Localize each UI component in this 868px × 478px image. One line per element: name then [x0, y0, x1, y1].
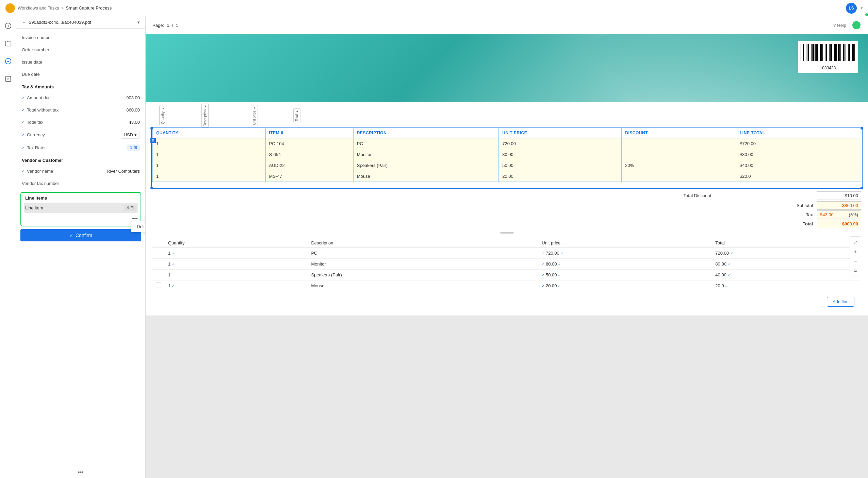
chevron-down-icon[interactable]: ▾ [861, 6, 863, 10]
li-checkbox-cell[interactable] [152, 258, 165, 269]
description-dropdown[interactable]: Description ▾ [201, 104, 209, 127]
li-total-cell: 720.00 ✓ [712, 247, 861, 258]
li-total-cell: 20.0 ✓ [712, 280, 861, 291]
svg-point-1 [5, 58, 11, 64]
svg-rect-17 [819, 44, 819, 61]
svg-rect-3 [801, 44, 801, 61]
svg-rect-25 [829, 44, 830, 61]
invoice-cell-description: Monitor [353, 149, 498, 160]
total-dropdown[interactable]: Total ▾ [293, 108, 300, 122]
invoice-cell-description: Speakers (Pair) [353, 160, 498, 171]
sidebar-item-folder[interactable] [3, 38, 14, 49]
help-link[interactable]: ? Help [833, 23, 846, 28]
three-dots-button[interactable]: ••• [24, 214, 138, 223]
svg-rect-34 [840, 44, 841, 61]
order-number-label: Order number [22, 47, 49, 52]
li-quantity-cell: 1 ✓ [165, 280, 308, 291]
svg-rect-16 [817, 44, 818, 61]
invoice-cell-description: Mouse [353, 171, 498, 182]
li-th-description: Description [308, 238, 538, 248]
vendor-tax-number-row: Vendor tax number [16, 177, 145, 189]
svg-rect-36 [843, 44, 844, 61]
invoice-cell-quantity: 1 [153, 171, 266, 182]
invoice-cell-item: MS-47 [265, 171, 353, 182]
invoice-th-description: DESCRIPTION [353, 127, 498, 138]
li-quantity-cell: 1 ✓ [165, 258, 308, 269]
amount-due-row: ✓ Amount due 903.00 [16, 91, 145, 104]
tax-rates-badge[interactable]: 1 ⊞ [127, 144, 140, 151]
svg-rect-26 [830, 44, 831, 61]
tax-rates-check-icon: ✓ [22, 146, 25, 150]
svg-rect-18 [820, 44, 821, 61]
li-checkbox-cell[interactable] [152, 280, 165, 291]
quantity-dropdown[interactable]: Quantity ▾ [159, 106, 166, 125]
total-discount-row: Total Discount $10.00 [152, 191, 861, 200]
svg-rect-41 [849, 44, 850, 61]
sidebar-item-tasks[interactable] [3, 73, 14, 84]
left-panel-content: Invoice number Order number Issue date D… [16, 29, 145, 466]
invoice-cell-line-total: $40.00 [736, 160, 861, 171]
document-area[interactable]: 1033423 Quantity ▾ Description ▾ Unit pr… [146, 34, 868, 478]
li-th-unit-price: Unit price [538, 238, 712, 248]
page-current: 1 [167, 23, 169, 28]
li-checkbox-cell[interactable] [152, 269, 165, 280]
li-quantity-cell: 1 [165, 269, 308, 280]
subtotal-label: Subtotal [797, 203, 813, 208]
li-checkbox-cell[interactable] [152, 247, 165, 258]
page-label: Page: [152, 23, 164, 28]
breadcrumb-parent[interactable]: Workflows and Tasks [18, 5, 59, 11]
scroll-handle[interactable] [500, 232, 514, 234]
svg-rect-35 [842, 44, 842, 61]
file-dropdown-button[interactable]: ▾ [137, 20, 140, 25]
confirm-button[interactable]: ✓ Confirm [20, 229, 141, 241]
add-line-button[interactable]: Add line [827, 297, 854, 307]
currency-select[interactable]: USD ▾ [121, 131, 140, 139]
svg-rect-24 [828, 44, 828, 61]
zoom-fit-button[interactable]: ≡ [851, 267, 859, 275]
svg-rect-22 [825, 44, 825, 61]
tax-amounts-header: Tax & Amounts [16, 80, 145, 91]
user-avatar[interactable]: LS [846, 3, 857, 14]
li-unit-price-cell: ✓ 80.00 ✓ [538, 258, 712, 269]
invoice-th-unit-price: UNIT PRICE [499, 127, 622, 138]
app-logo [5, 3, 15, 13]
svg-rect-40 [848, 44, 849, 61]
totals-area: Total Discount $10.00 Subtotal $860.00 T… [146, 189, 868, 231]
back-arrow-icon[interactable]: ← [22, 20, 26, 25]
left-panel: ← 390addf1-bc4c...8ac404039.pdf ▾ Invoic… [16, 16, 146, 478]
line-item-row: Line item 4 ⊞ [24, 203, 138, 213]
line-item-table-row: 1 ✓ Mouse ✓ 20.00 ✓ 20.0 ✓ [152, 280, 861, 291]
due-date-row: Due date [16, 68, 145, 80]
zoom-expand-button[interactable]: ⤢ [851, 238, 859, 246]
total-tax-label: ✓ Total tax [22, 120, 43, 125]
col-dropdowns: Quantity ▾ Description ▾ Unit price ▾ To… [146, 102, 868, 127]
line-items-table: Quantity Description Unit price Total 1 … [152, 238, 861, 291]
invoice-cell-item: PC-104 [265, 138, 353, 149]
invoice-cell-description: PC [353, 138, 498, 149]
zoom-in-button[interactable]: + [851, 247, 859, 256]
table-icon: ⊞ [150, 138, 156, 143]
user-avatar-small [852, 20, 861, 30]
invoice-number-label: Invoice number [22, 35, 52, 40]
svg-rect-19 [821, 44, 822, 61]
invoice-cell-item: S-654 [265, 149, 353, 160]
currency-label: ✓ Currency [22, 132, 45, 137]
barcode-container: 1033423 [798, 41, 858, 73]
barcode-svg [801, 44, 855, 64]
tax-rates-label: ✓ Tax Rates [22, 145, 47, 150]
due-date-label: Due date [22, 72, 40, 77]
page-total: 1 [176, 23, 178, 28]
delete-all-menu-item[interactable]: Delete all [131, 221, 145, 232]
invoice-header-bg: 1033423 [146, 34, 868, 102]
svg-rect-39 [847, 44, 847, 61]
sidebar-item-dashboard[interactable] [3, 20, 14, 31]
sidebar-item-capture[interactable] [3, 56, 14, 67]
svg-rect-23 [826, 44, 827, 61]
bottom-three-dots-button[interactable]: ••• [16, 466, 145, 478]
zoom-out-button[interactable]: − [851, 257, 859, 265]
li-unit-price-cell: ✓ 20.00 ✓ [538, 280, 712, 291]
context-menu-wrapper: ••• Delete all Settings [24, 214, 138, 223]
invoice-cell-discount [622, 149, 736, 160]
line-item-table-row: 1 ✓ PC ✓ 720.00 ✓ 720.00 ✓ [152, 247, 861, 258]
unit-price-dropdown[interactable]: Unit price ▾ [251, 105, 258, 126]
